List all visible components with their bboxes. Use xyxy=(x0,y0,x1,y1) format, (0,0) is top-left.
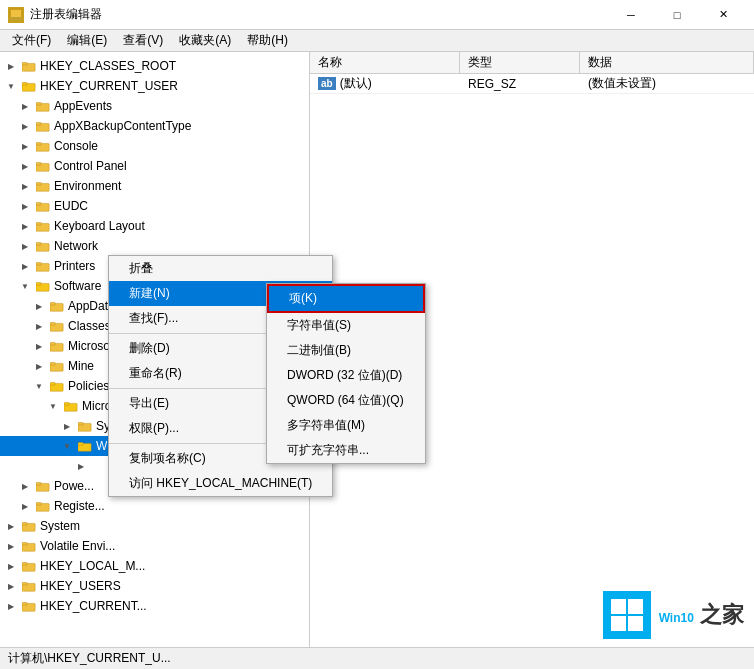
svg-rect-24 xyxy=(36,263,41,266)
expand-btn[interactable]: ▼ xyxy=(60,439,74,453)
tree-item-keyboard_layout[interactable]: ▶ Keyboard Layout xyxy=(0,216,309,236)
tree-item-volatile[interactable]: ▶ Volatile Envi... xyxy=(0,536,309,556)
tree-item-network[interactable]: ▶ Network xyxy=(0,236,309,256)
svg-rect-48 xyxy=(22,523,27,526)
submenu-dword[interactable]: DWORD (32 位值)(D) xyxy=(267,363,425,388)
svg-rect-52 xyxy=(22,563,27,566)
ctx-collapse[interactable]: 折叠 xyxy=(109,256,332,281)
tree-item-register[interactable]: ▶ Registe... xyxy=(0,496,309,516)
tree-item-label: HKEY_CURRENT... xyxy=(40,599,147,613)
expand-btn[interactable]: ▶ xyxy=(32,339,46,353)
submenu-multistring[interactable]: 多字符串值(M) xyxy=(267,413,425,438)
statusbar-text: 计算机\HKEY_CURRENT_U... xyxy=(8,650,171,667)
menubar-item-收藏夹(A)[interactable]: 收藏夹(A) xyxy=(171,30,239,51)
expand-btn[interactable]: ▶ xyxy=(74,459,88,473)
folder-icon xyxy=(35,98,51,114)
tree-item-label: System xyxy=(40,519,80,533)
folder-icon xyxy=(21,538,37,554)
tree-item-eudc[interactable]: ▶ EUDC xyxy=(0,196,309,216)
tree-item-appevents[interactable]: ▶ AppEvents xyxy=(0,96,309,116)
tree-item-label: Printers xyxy=(54,259,95,273)
tree-item-environment[interactable]: ▶ Environment xyxy=(0,176,309,196)
svg-rect-42 xyxy=(78,443,83,446)
folder-icon xyxy=(35,198,51,214)
expand-btn[interactable]: ▶ xyxy=(18,179,32,193)
submenu-expandstring[interactable]: 可扩充字符串... xyxy=(267,438,425,463)
minimize-button[interactable]: ─ xyxy=(608,0,654,30)
expand-btn[interactable]: ▼ xyxy=(4,79,18,93)
folder-icon xyxy=(63,398,79,414)
folder-icon xyxy=(21,578,37,594)
col-name-header: 名称 xyxy=(310,52,460,73)
expand-btn[interactable]: ▶ xyxy=(18,139,32,153)
tree-item-classes_root[interactable]: ▶ HKEY_CLASSES_ROOT xyxy=(0,56,309,76)
expand-btn[interactable]: ▶ xyxy=(18,499,32,513)
menubar: 文件(F)编辑(E)查看(V)收藏夹(A)帮助(H) xyxy=(0,30,754,52)
svg-rect-12 xyxy=(36,143,41,146)
folder-icon xyxy=(21,78,37,94)
titlebar: 注册表编辑器 ─ □ ✕ xyxy=(0,0,754,30)
tree-item-appxbackup[interactable]: ▶ AppXBackupContentType xyxy=(0,116,309,136)
window-title: 注册表编辑器 xyxy=(30,6,608,23)
folder-icon xyxy=(21,598,37,614)
maximize-button[interactable]: □ xyxy=(654,0,700,30)
table-row[interactable]: ab (默认) REG_SZ (数值未设置) xyxy=(310,74,754,94)
svg-rect-16 xyxy=(36,183,41,186)
svg-rect-26 xyxy=(36,283,41,286)
folder-icon xyxy=(35,258,51,274)
expand-btn[interactable]: ▶ xyxy=(4,579,18,593)
submenu-key[interactable]: 项(K) xyxy=(267,284,425,313)
folder-icon xyxy=(35,118,51,134)
statusbar: 计算机\HKEY_CURRENT_U... xyxy=(0,647,754,669)
svg-rect-22 xyxy=(36,243,41,246)
expand-btn[interactable]: ▶ xyxy=(4,539,18,553)
folder-icon xyxy=(49,358,65,374)
svg-rect-57 xyxy=(611,599,626,614)
expand-btn[interactable]: ▶ xyxy=(18,259,32,273)
expand-btn[interactable]: ▶ xyxy=(18,219,32,233)
svg-rect-54 xyxy=(22,583,27,586)
menubar-item-查看(V)[interactable]: 查看(V) xyxy=(115,30,171,51)
expand-btn[interactable]: ▶ xyxy=(4,519,18,533)
expand-btn[interactable]: ▶ xyxy=(32,359,46,373)
menubar-item-编辑(E)[interactable]: 编辑(E) xyxy=(59,30,115,51)
expand-btn[interactable]: ▶ xyxy=(32,299,46,313)
expand-btn[interactable]: ▶ xyxy=(18,239,32,253)
menubar-item-帮助(H)[interactable]: 帮助(H) xyxy=(239,30,296,51)
menubar-item-文件(F)[interactable]: 文件(F) xyxy=(4,30,59,51)
svg-rect-20 xyxy=(36,223,41,226)
folder-icon xyxy=(49,378,65,394)
tree-item-control_panel[interactable]: ▶ Control Panel xyxy=(0,156,309,176)
tree-item-system[interactable]: ▶ System xyxy=(0,516,309,536)
tree-item-hkey_users[interactable]: ▶ HKEY_USERS xyxy=(0,576,309,596)
submenu-binary[interactable]: 二进制值(B) xyxy=(267,338,425,363)
expand-btn[interactable]: ▼ xyxy=(32,379,46,393)
expand-btn[interactable]: ▶ xyxy=(18,99,32,113)
svg-rect-59 xyxy=(611,616,626,631)
expand-btn[interactable]: ▶ xyxy=(60,419,74,433)
close-button[interactable]: ✕ xyxy=(700,0,746,30)
tree-item-label: Keyboard Layout xyxy=(54,219,145,233)
expand-btn[interactable]: ▶ xyxy=(4,599,18,613)
tree-item-current_user[interactable]: ▼ HKEY_CURRENT_USER xyxy=(0,76,309,96)
expand-btn[interactable]: ▶ xyxy=(18,199,32,213)
window-controls: ─ □ ✕ xyxy=(608,0,746,30)
expand-btn[interactable]: ▼ xyxy=(18,279,32,293)
ctx-access-hklm[interactable]: 访问 HKEY_LOCAL_MACHINE(T) xyxy=(109,471,332,496)
tree-item-console[interactable]: ▶ Console xyxy=(0,136,309,156)
submenu-qword[interactable]: QWORD (64 位值)(Q) xyxy=(267,388,425,413)
svg-rect-6 xyxy=(22,83,27,86)
expand-btn[interactable]: ▶ xyxy=(32,319,46,333)
detail-header: 名称 类型 数据 xyxy=(310,52,754,74)
tree-item-local_machine[interactable]: ▶ HKEY_LOCAL_M... xyxy=(0,556,309,576)
expand-btn[interactable]: ▶ xyxy=(18,119,32,133)
expand-btn[interactable]: ▶ xyxy=(4,559,18,573)
submenu-string[interactable]: 字符串值(S) xyxy=(267,313,425,338)
expand-btn[interactable]: ▶ xyxy=(18,479,32,493)
expand-btn[interactable]: ▶ xyxy=(18,159,32,173)
expand-btn[interactable]: ▼ xyxy=(46,399,60,413)
folder-icon xyxy=(49,338,65,354)
tree-item-hkey_current2[interactable]: ▶ HKEY_CURRENT... xyxy=(0,596,309,616)
tree-item-label: Mine xyxy=(68,359,94,373)
expand-btn[interactable]: ▶ xyxy=(4,59,18,73)
